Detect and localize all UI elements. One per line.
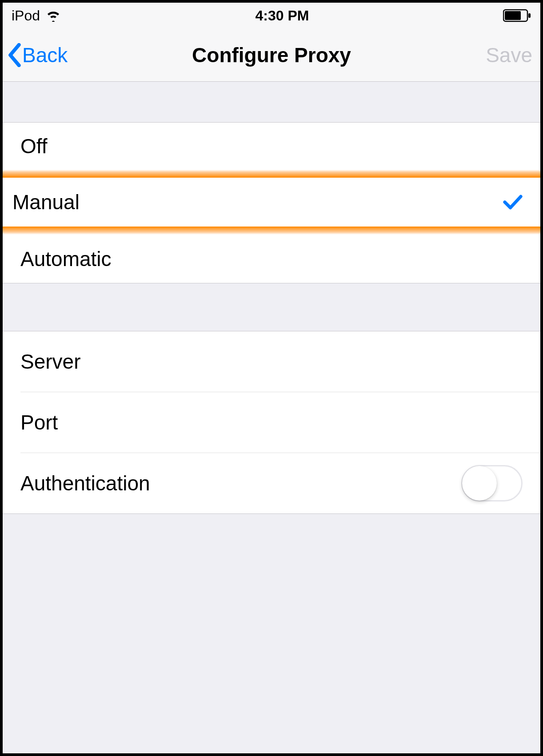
battery-icon	[503, 9, 531, 22]
carrier-label: iPod	[12, 8, 40, 24]
server-label: Server	[20, 350, 80, 374]
svg-rect-2	[528, 13, 531, 18]
proxy-option-off[interactable]: Off	[3, 123, 540, 170]
section-gap	[3, 82, 540, 123]
auth-label: Authentication	[20, 471, 150, 495]
port-label: Port	[20, 410, 58, 434]
highlight-bottom	[3, 227, 540, 235]
nav-bar: Back Configure Proxy Save	[3, 28, 540, 82]
device-frame: iPod 4:30 PM Back Configure Proxy Save O…	[0, 0, 543, 756]
status-time: 4:30 PM	[256, 8, 309, 24]
wifi-icon	[45, 9, 61, 22]
proxy-option-automatic[interactable]: Automatic	[3, 235, 540, 283]
toggle-knob	[462, 466, 497, 501]
svg-rect-1	[505, 11, 521, 20]
authentication-row: Authentication	[3, 453, 540, 513]
back-label: Back	[22, 43, 68, 67]
save-button[interactable]: Save	[486, 43, 532, 67]
page-title: Configure Proxy	[192, 43, 351, 67]
chevron-left-icon	[7, 43, 21, 67]
highlight-top	[3, 170, 540, 178]
section-gap	[3, 283, 540, 331]
status-left: iPod	[12, 8, 61, 24]
port-field[interactable]: Port	[3, 392, 540, 453]
back-button[interactable]: Back	[7, 43, 68, 67]
status-bar: iPod 4:30 PM	[3, 3, 540, 28]
proxy-mode-group: Off Manual Automatic	[3, 123, 540, 283]
option-label: Off	[20, 134, 48, 158]
authentication-toggle[interactable]	[461, 465, 523, 501]
server-field[interactable]: Server	[3, 331, 540, 392]
proxy-config-group: Server Port Authentication	[3, 331, 540, 514]
option-label: Automatic	[20, 247, 112, 271]
option-label: Manual	[12, 190, 80, 214]
checkmark-icon	[503, 194, 523, 210]
proxy-option-manual[interactable]: Manual	[3, 178, 540, 227]
